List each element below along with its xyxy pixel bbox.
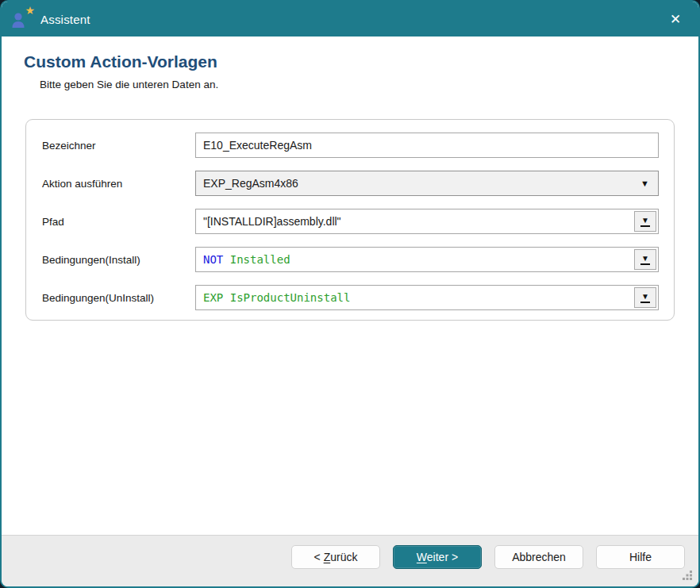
bedingungen-uninstall-value: EXP_IsProductUninstall xyxy=(203,291,629,304)
close-icon[interactable]: ✕ xyxy=(660,6,690,32)
condition-identifier: EXP_IsProductUninstall xyxy=(203,291,350,304)
form-row-pfad: Pfad "[INSTALLDIR]assembly.dll" ▼ xyxy=(42,209,659,234)
bedingungen-uninstall-combo[interactable]: EXP_IsProductUninstall ▼ xyxy=(195,285,659,310)
condition-identifier: Installed xyxy=(223,253,290,266)
star-icon: ★ xyxy=(25,5,35,16)
bedingungen-install-combo[interactable]: NOT Installed ▼ xyxy=(195,247,659,272)
bedingungen-install-value: NOT Installed xyxy=(203,253,629,266)
dropdown-underline-icon: ▼ xyxy=(640,217,650,227)
pfad-value: "[INSTALLDIR]assembly.dll" xyxy=(203,215,629,228)
titlebar[interactable]: ★ Assistent ✕ xyxy=(2,2,698,37)
form-row-bedingungen-install: Bedingungen(Install) NOT Installed ▼ xyxy=(42,247,659,272)
resize-grip-icon[interactable] xyxy=(683,571,692,580)
form-groupbox: Bezeichner Aktion ausführen EXP_RegAsm4x… xyxy=(25,119,675,321)
next-button[interactable]: Weiter > xyxy=(393,545,482,569)
page-title: Custom Action-Vorlagen xyxy=(24,52,676,71)
form-row-bezeichner: Bezeichner xyxy=(42,133,659,158)
dropdown-underline-icon: ▼ xyxy=(640,293,650,303)
form-row-aktion: Aktion ausführen EXP_RegAsm4x86 ▼ xyxy=(42,171,659,196)
chevron-down-icon: ▼ xyxy=(640,179,649,188)
bedingungen-install-label: Bedingungen(Install) xyxy=(42,254,195,266)
bezeichner-label: Bezeichner xyxy=(42,140,195,152)
pfad-expand-button[interactable]: ▼ xyxy=(634,211,656,232)
page-subtitle: Bitte geben Sie die unteren Daten an. xyxy=(40,79,676,90)
bedingungen-uninstall-expand-button[interactable]: ▼ xyxy=(634,287,656,308)
wizard-window: ★ Assistent ✕ Custom Action-Vorlagen Bit… xyxy=(0,0,700,588)
aktion-label: Aktion ausführen xyxy=(42,178,195,190)
condition-keyword: NOT xyxy=(203,253,223,266)
pfad-combo[interactable]: "[INSTALLDIR]assembly.dll" ▼ xyxy=(195,209,659,234)
bezeichner-input[interactable] xyxy=(195,133,659,158)
footer: < Zurück Weiter > Abbrechen Hilfe xyxy=(2,535,698,586)
assistant-app-icon: ★ xyxy=(11,8,33,30)
window-title: Assistent xyxy=(40,13,90,26)
form-row-bedingungen-uninstall: Bedingungen(UnInstall) EXP_IsProductUnin… xyxy=(42,285,659,310)
bedingungen-install-expand-button[interactable]: ▼ xyxy=(634,249,656,270)
aktion-dropdown[interactable]: EXP_RegAsm4x86 ▼ xyxy=(195,171,659,196)
aktion-value: EXP_RegAsm4x86 xyxy=(203,177,640,190)
help-button[interactable]: Hilfe xyxy=(596,545,685,569)
wizard-content: Custom Action-Vorlagen Bitte geben Sie d… xyxy=(2,37,698,535)
cancel-button[interactable]: Abbrechen xyxy=(494,545,583,569)
bedingungen-uninstall-label: Bedingungen(UnInstall) xyxy=(42,292,195,304)
back-button[interactable]: < Zurück xyxy=(291,545,380,569)
dropdown-underline-icon: ▼ xyxy=(640,255,650,265)
pfad-label: Pfad xyxy=(42,216,195,228)
